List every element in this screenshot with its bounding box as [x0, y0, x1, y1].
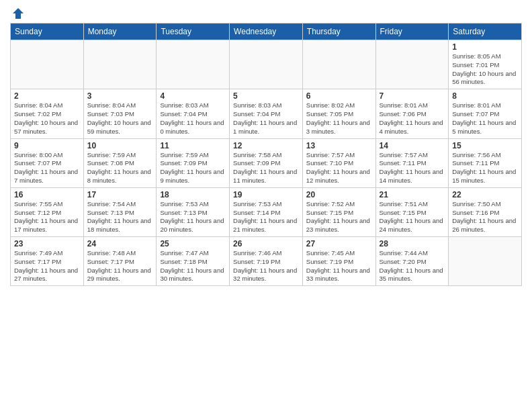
page: SundayMondayTuesdayWednesdayThursdayFrid…: [0, 0, 532, 411]
weekday-header: Tuesday: [157, 24, 230, 40]
day-number: 3: [87, 91, 153, 101]
calendar-cell: 1Sunrise: 8:05 AM Sunset: 7:01 PM Daylig…: [449, 40, 522, 89]
weekday-header: Thursday: [302, 24, 375, 40]
day-info: Sunrise: 7:47 AM Sunset: 7:18 PM Dayligh…: [160, 249, 226, 283]
calendar-cell: [11, 40, 84, 89]
day-info: Sunrise: 8:05 AM Sunset: 7:01 PM Dayligh…: [452, 52, 518, 87]
day-info: Sunrise: 7:58 AM Sunset: 7:09 PM Dayligh…: [233, 151, 299, 185]
calendar-cell: 11Sunrise: 7:59 AM Sunset: 7:09 PM Dayli…: [157, 138, 230, 187]
day-number: 23: [14, 239, 80, 248]
calendar-week-row: 23Sunrise: 7:49 AM Sunset: 7:17 PM Dayli…: [11, 237, 522, 286]
calendar-cell: [375, 40, 449, 89]
day-number: 26: [233, 239, 299, 248]
calendar-cell: 4Sunrise: 8:03 AM Sunset: 7:04 PM Daylig…: [157, 89, 230, 138]
calendar-cell: 28Sunrise: 7:44 AM Sunset: 7:20 PM Dayli…: [375, 237, 449, 286]
day-info: Sunrise: 7:45 AM Sunset: 7:19 PM Dayligh…: [306, 249, 372, 283]
day-number: 22: [452, 190, 518, 199]
calendar-cell: [449, 237, 522, 286]
day-info: Sunrise: 8:02 AM Sunset: 7:05 PM Dayligh…: [306, 101, 372, 136]
day-info: Sunrise: 7:50 AM Sunset: 7:16 PM Dayligh…: [452, 200, 518, 234]
weekday-header-row: SundayMondayTuesdayWednesdayThursdayFrid…: [11, 24, 522, 40]
day-info: Sunrise: 8:00 AM Sunset: 7:07 PM Dayligh…: [14, 151, 80, 185]
calendar-cell: 13Sunrise: 7:57 AM Sunset: 7:10 PM Dayli…: [302, 138, 375, 187]
logo: [10, 7, 25, 17]
day-info: Sunrise: 7:51 AM Sunset: 7:15 PM Dayligh…: [380, 200, 445, 234]
weekday-header: Saturday: [449, 24, 522, 40]
calendar-cell: 8Sunrise: 8:01 AM Sunset: 7:07 PM Daylig…: [449, 89, 522, 138]
weekday-header: Monday: [83, 24, 157, 40]
day-number: 5: [233, 91, 299, 101]
calendar-week-row: 1Sunrise: 8:05 AM Sunset: 7:01 PM Daylig…: [11, 40, 522, 89]
day-number: 6: [306, 91, 372, 101]
calendar-week-row: 9Sunrise: 8:00 AM Sunset: 7:07 PM Daylig…: [11, 138, 522, 187]
day-info: Sunrise: 7:56 AM Sunset: 7:11 PM Dayligh…: [452, 151, 518, 185]
calendar-cell: 3Sunrise: 8:04 AM Sunset: 7:03 PM Daylig…: [83, 89, 157, 138]
calendar-cell: 20Sunrise: 7:52 AM Sunset: 7:15 PM Dayli…: [302, 187, 375, 236]
day-info: Sunrise: 7:59 AM Sunset: 7:08 PM Dayligh…: [87, 151, 153, 185]
day-number: 1: [452, 42, 518, 52]
calendar-cell: 27Sunrise: 7:45 AM Sunset: 7:19 PM Dayli…: [302, 237, 375, 286]
day-number: 8: [452, 91, 518, 101]
calendar-cell: [83, 40, 157, 89]
calendar-week-row: 16Sunrise: 7:55 AM Sunset: 7:12 PM Dayli…: [11, 187, 522, 236]
svg-marker-0: [13, 8, 24, 19]
day-info: Sunrise: 7:55 AM Sunset: 7:12 PM Dayligh…: [14, 200, 80, 234]
calendar-cell: 7Sunrise: 8:01 AM Sunset: 7:06 PM Daylig…: [375, 89, 449, 138]
calendar-cell: 14Sunrise: 7:57 AM Sunset: 7:11 PM Dayli…: [375, 138, 449, 187]
day-info: Sunrise: 7:48 AM Sunset: 7:17 PM Dayligh…: [87, 249, 153, 283]
day-number: 16: [14, 190, 80, 199]
day-info: Sunrise: 7:59 AM Sunset: 7:09 PM Dayligh…: [160, 151, 226, 185]
calendar-cell: 12Sunrise: 7:58 AM Sunset: 7:09 PM Dayli…: [230, 138, 303, 187]
day-info: Sunrise: 7:44 AM Sunset: 7:20 PM Dayligh…: [380, 249, 445, 283]
day-number: 12: [233, 141, 299, 150]
calendar-cell: [230, 40, 303, 89]
calendar-cell: 24Sunrise: 7:48 AM Sunset: 7:17 PM Dayli…: [83, 237, 157, 286]
day-info: Sunrise: 8:03 AM Sunset: 7:04 PM Dayligh…: [233, 101, 299, 136]
logo-icon: [11, 7, 25, 20]
calendar-cell: 21Sunrise: 7:51 AM Sunset: 7:15 PM Dayli…: [375, 187, 449, 236]
day-info: Sunrise: 8:03 AM Sunset: 7:04 PM Dayligh…: [160, 101, 226, 136]
day-number: 15: [452, 141, 518, 150]
day-number: 14: [380, 141, 445, 150]
day-number: 18: [160, 190, 226, 199]
day-number: 21: [380, 190, 445, 199]
day-number: 20: [306, 190, 372, 199]
weekday-header: Friday: [375, 24, 449, 40]
day-number: 4: [160, 91, 226, 101]
day-number: 9: [14, 141, 80, 150]
calendar-cell: 18Sunrise: 7:53 AM Sunset: 7:13 PM Dayli…: [157, 187, 230, 236]
day-info: Sunrise: 8:04 AM Sunset: 7:03 PM Dayligh…: [87, 101, 153, 136]
calendar-cell: [302, 40, 375, 89]
calendar-cell: 15Sunrise: 7:56 AM Sunset: 7:11 PM Dayli…: [449, 138, 522, 187]
calendar-cell: 25Sunrise: 7:47 AM Sunset: 7:18 PM Dayli…: [157, 237, 230, 286]
calendar-cell: 17Sunrise: 7:54 AM Sunset: 7:13 PM Dayli…: [83, 187, 157, 236]
day-number: 10: [87, 141, 153, 150]
day-number: 28: [380, 239, 445, 248]
day-info: Sunrise: 7:46 AM Sunset: 7:19 PM Dayligh…: [233, 249, 299, 283]
day-info: Sunrise: 7:52 AM Sunset: 7:15 PM Dayligh…: [306, 200, 372, 234]
day-info: Sunrise: 8:01 AM Sunset: 7:06 PM Dayligh…: [380, 101, 445, 136]
day-number: 24: [87, 239, 153, 248]
day-number: 19: [233, 190, 299, 199]
calendar-cell: 22Sunrise: 7:50 AM Sunset: 7:16 PM Dayli…: [449, 187, 522, 236]
weekday-header: Wednesday: [230, 24, 303, 40]
calendar: SundayMondayTuesdayWednesdayThursdayFrid…: [10, 23, 522, 286]
weekday-header: Sunday: [11, 24, 84, 40]
calendar-cell: 26Sunrise: 7:46 AM Sunset: 7:19 PM Dayli…: [230, 237, 303, 286]
day-info: Sunrise: 7:53 AM Sunset: 7:14 PM Dayligh…: [233, 200, 299, 234]
day-number: 25: [160, 239, 226, 248]
day-number: 11: [160, 141, 226, 150]
header: [10, 7, 522, 17]
calendar-cell: 10Sunrise: 7:59 AM Sunset: 7:08 PM Dayli…: [83, 138, 157, 187]
calendar-cell: [157, 40, 230, 89]
calendar-week-row: 2Sunrise: 8:04 AM Sunset: 7:02 PM Daylig…: [11, 89, 522, 138]
calendar-cell: 9Sunrise: 8:00 AM Sunset: 7:07 PM Daylig…: [11, 138, 84, 187]
day-info: Sunrise: 7:54 AM Sunset: 7:13 PM Dayligh…: [87, 200, 153, 234]
calendar-cell: 16Sunrise: 7:55 AM Sunset: 7:12 PM Dayli…: [11, 187, 84, 236]
day-info: Sunrise: 7:57 AM Sunset: 7:10 PM Dayligh…: [306, 151, 372, 185]
day-number: 13: [306, 141, 372, 150]
day-info: Sunrise: 8:01 AM Sunset: 7:07 PM Dayligh…: [452, 101, 518, 136]
day-info: Sunrise: 7:57 AM Sunset: 7:11 PM Dayligh…: [380, 151, 445, 185]
calendar-cell: 6Sunrise: 8:02 AM Sunset: 7:05 PM Daylig…: [302, 89, 375, 138]
day-number: 17: [87, 190, 153, 199]
